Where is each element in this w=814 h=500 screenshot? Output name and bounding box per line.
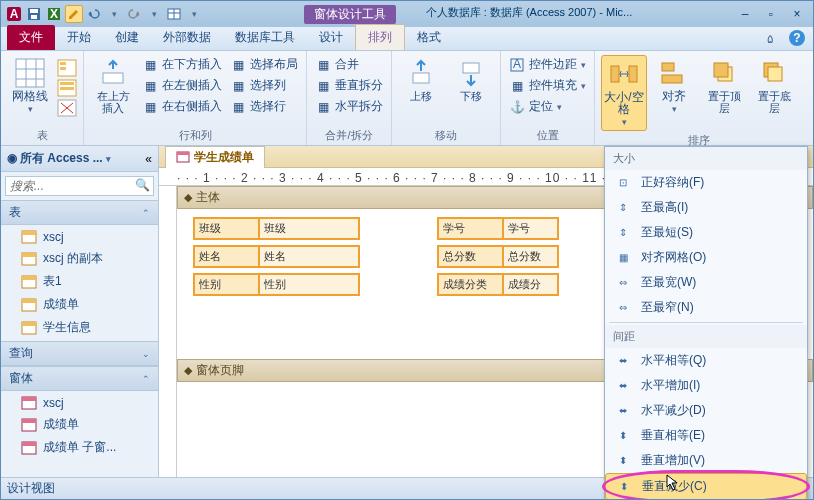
- field-name-label[interactable]: 姓名: [194, 246, 259, 267]
- menu-shortest[interactable]: ⇕至最短(S): [605, 220, 807, 245]
- send-back-button[interactable]: 置于底层: [751, 55, 797, 116]
- navigation-pane: ◉所有 Access ... ▾ « 🔍 表⌃ xscj xscj 的副本 表1…: [1, 146, 159, 477]
- ribbon-group-table: 网格线▾ 表: [1, 51, 84, 145]
- menu-tallest[interactable]: ⇕至最高(I): [605, 195, 807, 220]
- move-up-button[interactable]: 上移: [398, 55, 444, 104]
- tab-arrange[interactable]: 排列: [355, 24, 405, 50]
- field-category-label[interactable]: 成绩分类: [438, 274, 503, 295]
- size-space-button[interactable]: 大小/空格▾: [601, 55, 647, 131]
- nav-table-1[interactable]: 表1: [1, 270, 158, 293]
- merge-button[interactable]: ▦合并: [313, 55, 385, 74]
- insert-above-button[interactable]: 在上方插入: [90, 55, 136, 116]
- excel-export-icon[interactable]: X: [45, 5, 63, 23]
- menu-section-spacing: 间距: [605, 325, 807, 348]
- align-button[interactable]: 对齐▾: [651, 55, 697, 117]
- svg-text:X: X: [50, 7, 58, 21]
- menu-h-equal[interactable]: ⬌水平相等(Q): [605, 348, 807, 373]
- minimize-icon[interactable]: –: [733, 5, 757, 23]
- nav-group-tables: 表⌃ xscj xscj 的副本 表1 成绩单 学生信息: [1, 200, 158, 341]
- tab-home[interactable]: 开始: [55, 25, 103, 50]
- minimize-ribbon-icon[interactable]: ۵: [759, 28, 781, 50]
- search-icon[interactable]: 🔍: [135, 178, 150, 192]
- field-sex-label[interactable]: 性别: [194, 274, 259, 295]
- menu-v-increase[interactable]: ⬍垂直增加(V): [605, 448, 807, 473]
- ribbon-group-rows-columns: 在上方插入 ▦在下方插入 ▦在左侧插入 ▦在右侧插入 ▦选择布局 ▦选择列 ▦选…: [84, 51, 307, 145]
- menu-h-increase[interactable]: ⬌水平增加(I): [605, 373, 807, 398]
- field-class-label[interactable]: 班级: [194, 218, 259, 239]
- svg-rect-17: [60, 67, 66, 70]
- layout-tabular-icon[interactable]: [57, 79, 77, 97]
- close-icon[interactable]: ×: [785, 5, 809, 23]
- insert-left-button[interactable]: ▦在左侧插入: [140, 76, 224, 95]
- quick-access-toolbar: A X ▾ ▾ ▾: [5, 5, 203, 23]
- edit-icon[interactable]: [65, 5, 83, 23]
- select-row-button[interactable]: ▦选择列: [228, 76, 300, 95]
- qat-customize-icon[interactable]: ▾: [185, 5, 203, 23]
- field-category-control[interactable]: 成绩分: [503, 274, 558, 295]
- control-padding-button[interactable]: ▦控件填充 ▾: [507, 76, 588, 95]
- field-sex-control[interactable]: 性别: [259, 274, 359, 295]
- narrowest-icon: ⇔: [613, 300, 633, 316]
- nav-table-xscj[interactable]: xscj: [1, 227, 158, 247]
- svg-rect-38: [22, 231, 36, 235]
- remove-layout-icon[interactable]: [57, 99, 77, 117]
- shutter-icon[interactable]: «: [145, 152, 152, 166]
- ribbon-group-position: A控件边距 ▾ ▦控件填充 ▾ ⚓定位 ▾ 位置: [501, 51, 595, 145]
- undo-more-icon[interactable]: ▾: [105, 5, 123, 23]
- save-icon[interactable]: [25, 5, 43, 23]
- help-icon[interactable]: ?: [781, 26, 813, 50]
- maximize-icon[interactable]: ▫: [759, 5, 783, 23]
- nav-table-scores[interactable]: 成绩单: [1, 293, 158, 316]
- doc-tab-active[interactable]: 学生成绩单: [165, 146, 265, 168]
- vsplit-button[interactable]: ▦垂直拆分: [313, 76, 385, 95]
- field-total-label[interactable]: 总分数: [438, 246, 503, 267]
- undo-icon[interactable]: [85, 5, 103, 23]
- nav-dropdown-icon[interactable]: ◉: [7, 151, 17, 165]
- tab-create[interactable]: 创建: [103, 25, 151, 50]
- nav-table-students[interactable]: 学生信息: [1, 316, 158, 339]
- menu-v-decrease[interactable]: ⬍垂直减少(C): [605, 473, 807, 500]
- svg-rect-4: [31, 15, 37, 19]
- field-id-label[interactable]: 学号: [438, 218, 503, 239]
- layout-stacked-icon[interactable]: [57, 59, 77, 77]
- nav-header[interactable]: ◉所有 Access ... ▾ «: [1, 146, 158, 172]
- menu-h-decrease[interactable]: ⬌水平减少(D): [605, 398, 807, 423]
- tab-file[interactable]: 文件: [7, 25, 55, 50]
- tab-format[interactable]: 格式: [405, 25, 453, 50]
- work-area: 学生成绩单 × · · · 1 · · · 2 · · · 3 · · · 4 …: [159, 146, 813, 477]
- field-class-control[interactable]: 班级: [259, 218, 359, 239]
- tab-external-data[interactable]: 外部数据: [151, 25, 223, 50]
- shortest-icon: ⇕: [613, 225, 633, 241]
- menu-widest[interactable]: ⇔至最宽(W): [605, 270, 807, 295]
- menu-to-grid[interactable]: ▦对齐网格(O): [605, 245, 807, 270]
- tab-design[interactable]: 设计: [307, 25, 355, 50]
- insert-below-button[interactable]: ▦在下方插入: [140, 55, 224, 74]
- field-total-control[interactable]: 总分数: [503, 246, 558, 267]
- anchor-button[interactable]: ⚓定位 ▾: [507, 97, 588, 116]
- move-down-button[interactable]: 下移: [448, 55, 494, 104]
- nav-form-scores-sub[interactable]: 成绩单 子窗...: [1, 436, 158, 459]
- gridlines-button[interactable]: 网格线▾: [7, 55, 53, 117]
- redo-icon[interactable]: [125, 5, 143, 23]
- redo-more-icon[interactable]: ▾: [145, 5, 163, 23]
- table-icon[interactable]: [165, 5, 183, 23]
- menu-fit[interactable]: ⊡正好容纳(F): [605, 170, 807, 195]
- select-column-button[interactable]: ▦选择行: [228, 97, 300, 116]
- svg-rect-36: [768, 67, 782, 81]
- nav-table-xscj-copy[interactable]: xscj 的副本: [1, 247, 158, 270]
- nav-form-scores[interactable]: 成绩单: [1, 413, 158, 436]
- insert-right-button[interactable]: ▦在右侧插入: [140, 97, 224, 116]
- nav-form-xscj[interactable]: xscj: [1, 393, 158, 413]
- svg-rect-42: [22, 276, 36, 280]
- select-layout-button[interactable]: ▦选择布局: [228, 55, 300, 74]
- hsplit-button[interactable]: ▦水平拆分: [313, 97, 385, 116]
- search-input[interactable]: [5, 176, 154, 196]
- title-bar: A X ▾ ▾ ▾ 窗体设计工具 个人数据库 : 数据库 (Access 200…: [1, 1, 813, 27]
- bring-front-button[interactable]: 置于顶层: [701, 55, 747, 116]
- field-name-control[interactable]: 姓名: [259, 246, 359, 267]
- control-margin-button[interactable]: A控件边距 ▾: [507, 55, 588, 74]
- field-id-control[interactable]: 学号: [503, 218, 558, 239]
- menu-v-equal[interactable]: ⬍垂直相等(E): [605, 423, 807, 448]
- tab-db-tools[interactable]: 数据库工具: [223, 25, 307, 50]
- menu-narrowest[interactable]: ⇔至最窄(N): [605, 295, 807, 320]
